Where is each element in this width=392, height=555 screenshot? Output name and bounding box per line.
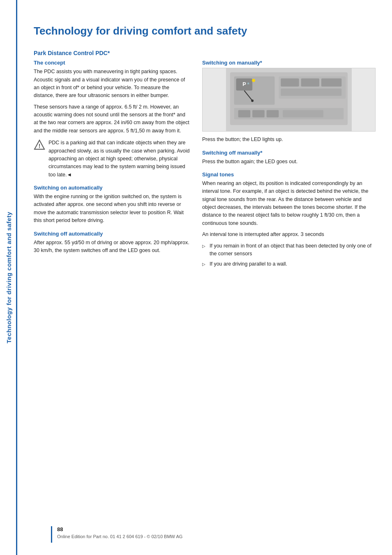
switching-off-manually-heading: Switching off manually* xyxy=(202,150,376,156)
page-container: Technology for driving comfort and safet… xyxy=(0,0,392,555)
concept-para-1: The PDC assists you with maneuvering in … xyxy=(34,68,190,100)
svg-text:a: a xyxy=(247,82,249,86)
svg-rect-15 xyxy=(238,110,251,118)
svg-rect-13 xyxy=(281,89,341,96)
concept-para-2: These sensors have a range of approx. 6.… xyxy=(34,103,190,135)
svg-rect-18 xyxy=(283,110,323,118)
warning-box: ! PDC is a parking aid that can indicate… xyxy=(34,139,190,179)
main-content: Technology for driving comfort and safet… xyxy=(17,0,392,555)
svg-text:!: ! xyxy=(39,143,41,149)
pdc-heading: Park Distance Control PDC* xyxy=(34,50,376,56)
switching-on-manually-caption: Press the button; the LED lights up. xyxy=(202,136,376,143)
svg-rect-16 xyxy=(252,110,265,118)
switching-on-auto-text: With the engine running or the ignition … xyxy=(34,193,190,225)
right-column: Switching on manually* P a xyxy=(202,60,376,272)
pdc-dashboard-image: P a xyxy=(202,68,376,132)
signal-tones-text: When nearing an object, its position is … xyxy=(202,180,376,227)
sidebar-label: Technology for driving comfort and safet… xyxy=(5,212,12,343)
left-column: The concept The PDC assists you with man… xyxy=(34,60,190,272)
bullet-item: If you remain in front of an object that… xyxy=(202,242,376,258)
page-number: 88 xyxy=(57,526,182,532)
footer: 88 Online Edition for Part no. 01 41 2 6… xyxy=(35,526,392,543)
bullet-item: If you are driving parallel to a wall. xyxy=(202,260,376,268)
concept-heading: The concept xyxy=(34,60,190,66)
two-column-layout: The concept The PDC assists you with man… xyxy=(34,60,376,272)
signal-tones-heading: Signal tones xyxy=(202,171,376,178)
footer-content: 88 Online Edition for Part no. 01 41 2 6… xyxy=(57,526,182,539)
switching-off-auto-heading: Switching off automatically xyxy=(34,231,190,237)
warning-icon: ! xyxy=(34,139,45,151)
svg-point-8 xyxy=(252,79,255,82)
svg-rect-11 xyxy=(301,79,319,87)
signal-tones-extra: An interval tone is interrupted after ap… xyxy=(202,231,376,238)
switching-off-auto-text: After approx. 55 yd/50 m of driving or a… xyxy=(34,239,190,255)
sidebar-tab: Technology for driving comfort and safet… xyxy=(0,0,17,555)
switching-on-auto-heading: Switching on automatically xyxy=(34,185,190,191)
svg-text:P: P xyxy=(242,81,246,88)
warning-text: PDC is a parking aid that can indicate o… xyxy=(48,139,190,179)
switching-off-manually-text: Press the button again; the LED goes out… xyxy=(202,158,376,166)
footer-copyright: Online Edition for Part no. 01 41 2 604 … xyxy=(57,534,182,539)
signal-tones-bullets: If you remain in front of an object that… xyxy=(202,242,376,268)
svg-rect-12 xyxy=(321,79,341,87)
svg-rect-10 xyxy=(281,79,299,87)
svg-rect-17 xyxy=(267,110,279,118)
footer-line xyxy=(51,526,52,543)
page-title: Technology for driving comfort and safet… xyxy=(34,25,376,37)
switching-on-manually-heading: Switching on manually* xyxy=(202,60,376,66)
svg-point-20 xyxy=(251,99,254,102)
